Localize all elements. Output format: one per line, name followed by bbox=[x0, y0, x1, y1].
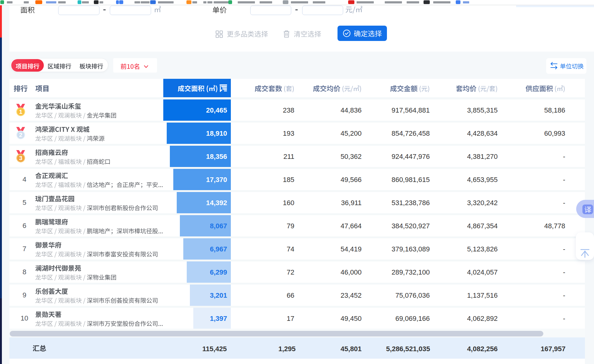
svg-text:2: 2 bbox=[19, 132, 23, 138]
svg-text:1: 1 bbox=[19, 109, 23, 115]
svg-text:3: 3 bbox=[19, 155, 23, 161]
